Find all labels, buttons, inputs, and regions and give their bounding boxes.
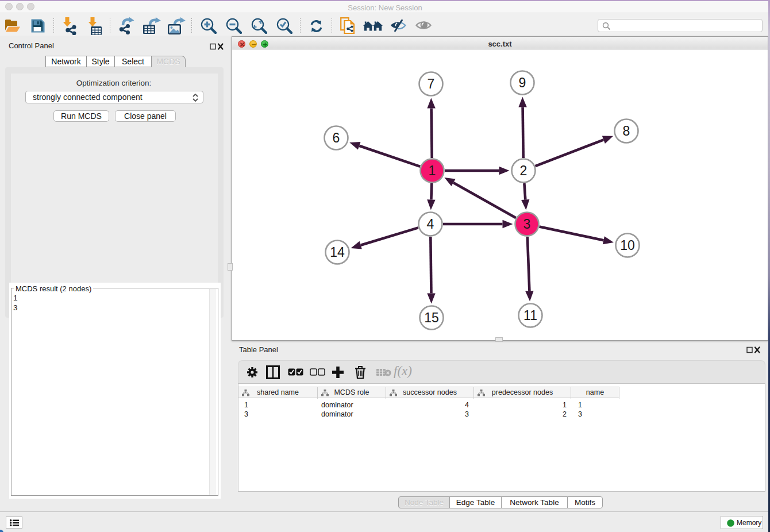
svg-text:3: 3	[523, 217, 531, 232]
svg-text:10: 10	[620, 238, 635, 253]
svg-text:4: 4	[427, 217, 434, 232]
svg-text:8: 8	[623, 124, 630, 138]
svg-text:2: 2	[520, 163, 528, 178]
svg-text:9: 9	[519, 75, 526, 90]
svg-text:11: 11	[523, 308, 537, 323]
svg-text:1: 1	[429, 163, 436, 178]
svg-text:6: 6	[333, 130, 340, 145]
svg-text:7: 7	[428, 76, 435, 91]
svg-text:14: 14	[330, 245, 345, 260]
svg-text:15: 15	[424, 310, 439, 325]
